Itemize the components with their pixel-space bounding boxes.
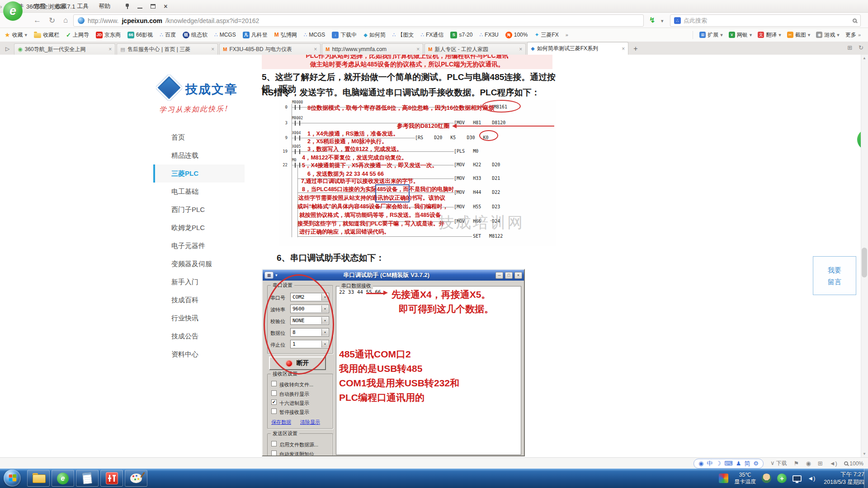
tab-360nav[interactable]: ◉360导航_新一代安全上网×: [14, 43, 115, 55]
sidebar-item-beginner[interactable]: 新手入门: [153, 273, 245, 291]
bookmark-item[interactable]: Ss7-20: [450, 32, 472, 38]
mute-speaker-icon[interactable]: ◄): [830, 460, 837, 467]
toolbar-extensions[interactable]: ⊞扩展▾: [699, 31, 723, 39]
window-layout-icon[interactable]: ⊞: [818, 460, 823, 467]
sidebar-item-omron-plc[interactable]: 欧姆龙PLC: [153, 219, 245, 237]
bookmark-item[interactable]: ∴MCGS: [304, 32, 326, 38]
toolbar-more[interactable]: 更多»: [845, 31, 861, 39]
url-input[interactable]: http://www.jcpeixun.com/knowledge/detail…: [73, 14, 644, 27]
bookmark-item[interactable]: 淘100%: [505, 32, 528, 38]
tab-close-icon[interactable]: ×: [416, 46, 420, 52]
worker-tray-icon[interactable]: [762, 474, 771, 483]
bookmark-favorites[interactable]: ★收藏▾: [5, 31, 27, 39]
browser-medal-icon[interactable]: ◉: [806, 460, 811, 467]
scroll-up-icon[interactable]: ▲: [863, 56, 866, 60]
bookmark-item[interactable]: ✓上网导: [66, 31, 89, 39]
bookmark-item[interactable]: M弘博网: [274, 31, 297, 39]
bookmark-item[interactable]: ◆如何简: [363, 31, 385, 39]
bookmark-item[interactable]: ∴MCGS: [214, 32, 236, 38]
show-desktop-button[interactable]: [864, 469, 868, 488]
menu-chevron-icon[interactable]: ›: [0, 3, 2, 10]
ime-keyboard-icon[interactable]: ⌨: [724, 460, 733, 467]
sidebar-item-news[interactable]: 行业快讯: [153, 309, 245, 327]
search-icon[interactable]: [853, 19, 857, 23]
menu-tools[interactable]: 工具: [77, 2, 89, 10]
tab-active-article[interactable]: ◆如何简单测试三菱FX系列×: [527, 42, 628, 55]
tab-close-icon[interactable]: ×: [211, 46, 214, 52]
gpu-tray-icon[interactable]: [719, 474, 728, 483]
sidebar-item-resources[interactable]: 资料中心: [153, 345, 245, 363]
taskbar-gxworks-button[interactable]: [100, 470, 123, 487]
sidebar-item-inverter[interactable]: 变频器及伺服: [153, 255, 245, 273]
sidebar-item-series[interactable]: 精品连载: [153, 146, 245, 164]
taskbar-explorer-button[interactable]: [27, 470, 50, 487]
sidebar-item-electrician[interactable]: 电工基础: [153, 183, 245, 201]
menu-help[interactable]: 帮助: [99, 2, 110, 10]
bookmark-item[interactable]: ↓下载中: [332, 31, 357, 39]
sidebar-item-announcement[interactable]: 技成公告: [153, 327, 245, 345]
tab-close-icon[interactable]: ×: [622, 46, 625, 52]
minimize-icon[interactable]: [137, 4, 142, 9]
tab-close-icon[interactable]: ×: [314, 46, 317, 52]
bookmark-item[interactable]: 组组态软: [183, 31, 208, 39]
toolbar-translate[interactable]: 文翻译▾: [758, 31, 781, 39]
ime-moon-icon[interactable]: ☽: [716, 460, 721, 467]
tab-close-icon[interactable]: ×: [519, 46, 522, 52]
flag-icon[interactable]: ⚑: [794, 460, 799, 467]
bookmark-item[interactable]: 6666影视: [127, 31, 153, 39]
sidebar-item-siemens-plc[interactable]: 西门子PLC: [153, 201, 245, 219]
bookmark-item[interactable]: ∴百度: [160, 31, 176, 39]
tab-fx3u485[interactable]: MFX3U-485-BD 与电力仪表×: [219, 43, 321, 55]
tab-close-icon[interactable]: ×: [108, 46, 112, 52]
back-icon[interactable]: ←: [33, 16, 41, 25]
toolbar-screenshot[interactable]: ✂截图▾: [787, 31, 811, 39]
sidebar-item-home[interactable]: 首页: [153, 128, 245, 146]
taskbar-360browser-button[interactable]: e: [52, 470, 74, 487]
bookmarks-overflow-icon[interactable]: »: [566, 32, 568, 38]
bookmark-item[interactable]: 凡凡科登: [243, 31, 268, 39]
toolbar-bank[interactable]: ¥网银▾: [729, 31, 752, 39]
network-tray-icon[interactable]: [793, 475, 802, 482]
ime-toolbar[interactable]: ◉ 中 ☽ ⌨ ♟ 简 ⚙: [693, 459, 764, 469]
bookmark-item[interactable]: ∴【图文: [392, 31, 414, 39]
ime-gear-icon[interactable]: ⚙: [753, 460, 759, 467]
pin-window-icon[interactable]: [125, 4, 129, 9]
refresh-icon[interactable]: ↻: [49, 16, 55, 25]
scrollbar-thumb[interactable]: [862, 248, 867, 277]
feedback-button[interactable]: 我要留言: [813, 256, 856, 295]
ime-lang[interactable]: 中: [707, 460, 712, 468]
browser-360-logo-icon[interactable]: e: [3, 1, 23, 21]
bookmark-folder[interactable]: 收藏栏: [34, 31, 59, 39]
close-icon[interactable]: ×: [164, 4, 167, 9]
bookmark-item[interactable]: JD京东商: [96, 31, 121, 39]
tab-layout-icon[interactable]: ⊞: [847, 44, 852, 51]
maximize-icon[interactable]: [151, 4, 156, 9]
new-tab-icon[interactable]: +: [633, 45, 637, 53]
scroll-down-icon[interactable]: ▼: [863, 452, 866, 456]
ime-simplified[interactable]: 简: [744, 460, 750, 468]
taskbar-clock[interactable]: 下午 7:272018/5/3 星期四: [824, 471, 864, 486]
speed-bolt-icon[interactable]: ↯: [649, 16, 655, 24]
sidebar-item-mitsubishi-plc[interactable]: 三菱PLC: [153, 164, 245, 183]
bookmark-item[interactable]: ∴FX3U: [479, 32, 498, 38]
url-dropdown-icon[interactable]: ▾: [661, 18, 664, 24]
volume-tray-icon[interactable]: ◄): [807, 475, 815, 482]
ime-person-icon[interactable]: ♟: [736, 460, 741, 467]
tab-refresh-icon[interactable]: ↻: [859, 44, 863, 51]
toolbar-games[interactable]: ◉游戏▾: [816, 31, 840, 39]
bookmark-item[interactable]: ✦三菱FX: [534, 31, 558, 39]
tab-ymmfa[interactable]: Mhttp://www.ymmfa.com×: [322, 43, 423, 55]
download-status[interactable]: ∨ 下载: [770, 460, 787, 467]
home-icon[interactable]: ⌂: [63, 16, 68, 25]
bookmark-item[interactable]: ∴FX通信: [420, 31, 443, 39]
sidebar-item-wiki[interactable]: 技成百科: [153, 291, 245, 309]
start-button[interactable]: [4, 469, 21, 487]
taskbar-paint-button[interactable]: [125, 470, 147, 487]
taskbar-notepad-button[interactable]: [76, 470, 99, 487]
page-zoom[interactable]: 100%: [844, 460, 863, 467]
gpu-temperature[interactable]: 35℃显卡温度: [734, 472, 756, 485]
tab-scroll-icon[interactable]: ▷: [5, 46, 9, 52]
360-safe-tray-icon[interactable]: +: [777, 474, 787, 483]
tab-newbie[interactable]: M新人专区 - 工控人家园×: [425, 43, 526, 55]
tab-service[interactable]: ▤售后服务中心 | 首页 | 三菱×: [117, 43, 218, 55]
